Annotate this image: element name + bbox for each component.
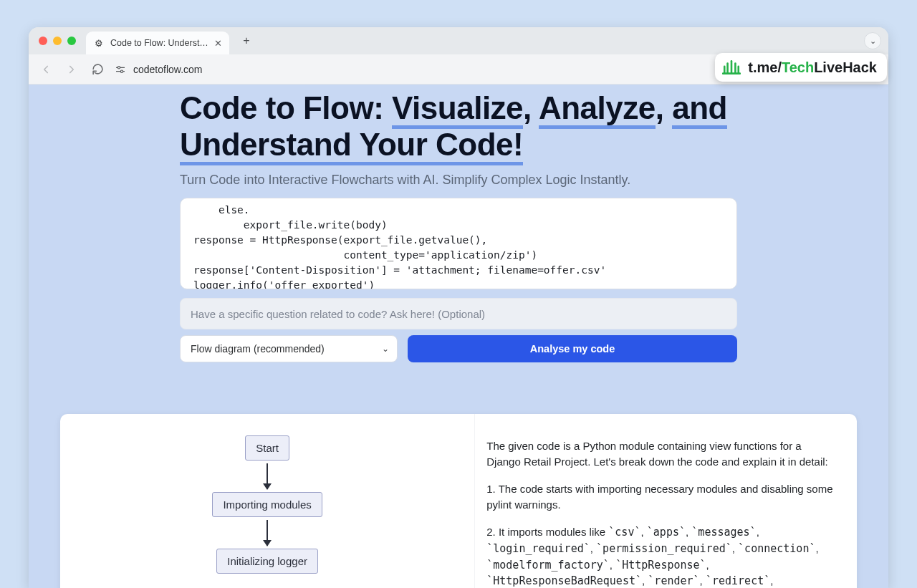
minimize-window-button[interactable] <box>53 37 62 45</box>
flow-arrow <box>267 520 268 546</box>
arrow-right-icon <box>65 63 78 76</box>
arrow-left-icon <box>39 63 52 76</box>
watermark-text: t.me/TechLiveHack <box>748 59 877 76</box>
tab-strip: ⚙︎ Code to Flow: Understand yo… ✕ + ⌄ <box>29 27 888 54</box>
title-text: Code to Flow: <box>180 90 392 125</box>
watermark-icon <box>722 58 741 77</box>
action-row: Flow diagram (recommended) ⌄ Analyse my … <box>180 335 737 362</box>
title-underline-1: Visualize <box>392 90 523 129</box>
site-info-button[interactable] <box>115 64 126 74</box>
svg-point-1 <box>117 66 120 68</box>
explanation-point-1: 1. The code starts with importing necess… <box>486 481 837 513</box>
title-underline-3: and <box>672 90 727 129</box>
forward-button[interactable] <box>63 61 80 78</box>
page-subtitle: Turn Code into Interactive Flowcharts wi… <box>180 173 737 188</box>
tab-title: Code to Flow: Understand yo… <box>110 38 208 48</box>
diagram-type-select[interactable]: Flow diagram (recommended) <box>180 335 398 362</box>
flow-node-logger[interactable]: Initializing logger <box>216 549 318 574</box>
fullscreen-window-button[interactable] <box>67 37 76 45</box>
explanation-panel: The given code is a Python module contai… <box>474 414 857 588</box>
watermark-badge[interactable]: t.me/TechLiveHack <box>715 53 887 82</box>
close-window-button[interactable] <box>39 37 47 45</box>
title-underline-2: Analyze <box>539 90 656 129</box>
page-title: Code to Flow: Visualize, Analyze, and Un… <box>180 90 737 163</box>
results-card: Start Importing modules Initializing log… <box>60 414 857 588</box>
analyse-button[interactable]: Analyse my code <box>408 335 737 362</box>
flow-node-importing[interactable]: Importing modules <box>212 492 322 517</box>
explanation-point-2: 2. It imports modules like `csv`, `apps`… <box>486 524 837 588</box>
tab-overflow-button[interactable]: ⌄ <box>864 32 881 49</box>
favicon-icon: ⚙︎ <box>93 37 105 49</box>
question-input[interactable] <box>180 298 737 329</box>
svg-point-3 <box>120 70 123 72</box>
new-tab-button[interactable]: + <box>236 31 256 51</box>
title-underline-4: Understand Your Code! <box>180 127 523 165</box>
flow-arrow <box>267 463 268 489</box>
reload-button[interactable] <box>89 61 106 78</box>
flowchart-panel: Start Importing modules Initializing log… <box>60 414 474 588</box>
window-controls <box>39 37 76 45</box>
page-viewport: Code to Flow: Visualize, Analyze, and Un… <box>29 85 888 588</box>
browser-tab[interactable]: ⚙︎ Code to Flow: Understand yo… ✕ <box>86 32 229 54</box>
flowchart: Start Importing modules Initializing log… <box>212 435 322 588</box>
flow-node-start[interactable]: Start <box>245 435 289 461</box>
code-input[interactable] <box>180 198 737 289</box>
tune-icon <box>115 64 126 74</box>
back-button[interactable] <box>37 61 54 78</box>
reload-icon <box>92 63 104 75</box>
diagram-type-select-wrap: Flow diagram (recommended) ⌄ <box>180 335 398 362</box>
browser-window: ⚙︎ Code to Flow: Understand yo… ✕ + ⌄ <box>29 27 888 588</box>
explanation-intro: The given code is a Python module contai… <box>486 438 837 470</box>
address-bar-url[interactable]: codetoflow.com <box>133 64 203 75</box>
close-tab-button[interactable]: ✕ <box>214 38 222 49</box>
